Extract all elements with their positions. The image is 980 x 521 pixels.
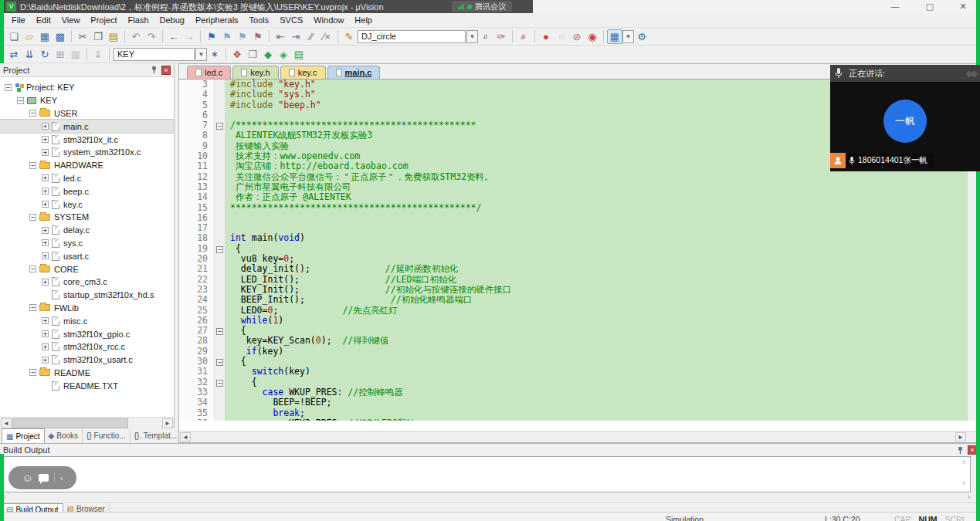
panel-tab-books[interactable]: ◆Books [45, 428, 83, 443]
tree-node-core-cm3-c[interactable]: +core_cm3.c [0, 276, 174, 289]
dropdown-arrow-icon[interactable]: ▼ [466, 30, 478, 43]
tree-node-fwlib[interactable]: −FWLib [0, 302, 174, 315]
tree-node-led-c[interactable]: +led.c [0, 172, 174, 185]
unindent-icon[interactable]: ⇤ [273, 29, 288, 44]
menu-item-window[interactable]: Window [308, 14, 349, 26]
manage-project-items-icon[interactable]: ❖ [229, 47, 245, 62]
build-output-scrollbar[interactable]: ∧∨ [959, 458, 968, 492]
tree-node-misc-c[interactable]: +misc.c [0, 314, 174, 327]
pin-icon[interactable] [150, 66, 158, 74]
paste-icon[interactable]: ▤ [106, 29, 121, 44]
tree-node-hardware[interactable]: −HARDWARE [0, 159, 174, 172]
scroll-right-icon[interactable]: ► [955, 432, 966, 441]
redo-icon[interactable]: ↷ [144, 29, 159, 44]
meeting-video-tile[interactable]: 一帆 1806014401张一帆 [830, 82, 980, 171]
fold-collapse-icon[interactable]: − [216, 246, 223, 253]
indent-icon[interactable]: ⇥ [288, 29, 303, 44]
scroll-left-icon[interactable]: ◄ [1, 418, 12, 428]
tree-node-stm32f10x-it-c[interactable]: +stm32f10x_it.c [0, 133, 174, 146]
dropdown-arrow-icon[interactable]: ▼ [622, 30, 634, 43]
menu-item-edit[interactable]: Edit [31, 14, 56, 26]
menu-item-project[interactable]: Project [85, 14, 122, 26]
editor-tab-led-c[interactable]: led.c [187, 66, 231, 79]
minimize-button[interactable]: — [880, 0, 910, 13]
collapse-pill-icon[interactable]: ‹ [60, 473, 63, 482]
tree-expand-icon[interactable]: − [29, 110, 36, 117]
menu-item-svcs[interactable]: SVCS [274, 14, 308, 26]
tree-expand-icon[interactable]: + [42, 227, 49, 234]
tree-node-main-c[interactable]: +main.c [0, 120, 174, 133]
panel-tab--templat-[interactable]: {}. Templat... [131, 428, 181, 443]
target-combo[interactable]: KEY [114, 48, 195, 61]
tree-node-system-stm32f10x-c[interactable]: +system_stm32f10x.c [0, 146, 174, 159]
stop-build-icon[interactable]: ▦ [68, 47, 83, 62]
find-combo[interactable]: DJ_circle [358, 30, 466, 43]
scroll-right-icon[interactable]: ► [162, 418, 173, 428]
menu-item-debug[interactable]: Debug [154, 14, 190, 26]
manage-runtime-icon[interactable]: ◈ [276, 47, 291, 62]
breakpoint-disable-icon[interactable]: ○ [554, 29, 569, 44]
batch-build-icon[interactable]: ⊞ [53, 47, 68, 62]
meeting-reaction-pill[interactable]: ☺ ‹ [8, 466, 76, 489]
window-layout-icon[interactable]: ▦ [607, 29, 622, 44]
tree-node-readme[interactable]: −README [0, 367, 174, 380]
rebuild-icon[interactable]: ↻ [37, 47, 53, 62]
tree-expand-icon[interactable]: − [29, 266, 36, 272]
translate-icon[interactable]: ⇄ [6, 47, 22, 62]
fold-collapse-icon[interactable]: − [216, 123, 223, 130]
close-button[interactable]: ✕ [948, 0, 978, 13]
save-all-icon[interactable]: ▩ [53, 29, 68, 44]
breakpoint-kill-all-icon[interactable]: ⊘ [569, 29, 585, 44]
editor-tab-main-c[interactable]: main.c [327, 66, 381, 79]
download-icon[interactable]: ⇓ [90, 47, 106, 62]
breakpoint-icon[interactable]: ● [538, 29, 554, 44]
tree-expand-icon[interactable]: + [42, 330, 49, 337]
pin-icon[interactable] [956, 446, 965, 455]
bookmark-toggle-icon[interactable]: ⚑ [204, 29, 219, 44]
tree-node-beep-c[interactable]: +beep.c [0, 184, 174, 198]
editor-hscrollbar[interactable]: ◄ ► [179, 431, 979, 442]
tree-node-sys-c[interactable]: +sys.c [0, 237, 174, 250]
scroll-right-icon[interactable]: › [968, 492, 970, 501]
build-output-console[interactable]: ∧∨ ☺ ‹ [2, 456, 971, 492]
chat-bubble-icon[interactable] [39, 474, 49, 482]
panel-tab-project[interactable]: ▦Project [2, 428, 45, 443]
fold-collapse-icon[interactable]: − [216, 380, 223, 387]
menu-item-tools[interactable]: Tools [244, 14, 275, 26]
pack-installer-icon[interactable]: ▤ [291, 47, 307, 62]
build-icon[interactable]: ⇊ [22, 47, 37, 62]
tencent-meeting-badge[interactable]: 腾讯会议 [452, 1, 512, 12]
tree-node-stm32f10x-usart-c[interactable]: +stm32f10x_usart.c [0, 354, 174, 367]
tree-expand-icon[interactable]: − [17, 97, 24, 104]
tree-expand-icon[interactable]: + [42, 279, 49, 286]
project-tree-hscrollbar[interactable]: ◄ ► [0, 417, 174, 428]
incremental-find-icon[interactable]: ✑ [493, 29, 509, 44]
tree-expand-icon[interactable]: + [42, 317, 49, 324]
panel-tab--functio-[interactable]: {} Functio... [83, 428, 131, 443]
tree-node-stm32f10x-rcc-c[interactable]: +stm32f10x_rcc.c [0, 340, 174, 354]
tree-expand-icon[interactable]: + [42, 239, 49, 246]
tree-node-project-key[interactable]: −Project: KEY [0, 81, 174, 94]
copy-icon[interactable]: ❐ [90, 29, 106, 44]
tree-expand-icon[interactable]: + [42, 343, 49, 350]
tree-node-core[interactable]: −CORE [0, 262, 174, 276]
tree-expand-icon[interactable]: + [42, 188, 49, 195]
maximize-button[interactable]: ▢ [915, 0, 944, 13]
menu-item-view[interactable]: View [56, 14, 86, 26]
tree-expand-icon[interactable]: + [42, 136, 49, 143]
bookmark-clear-icon[interactable]: ⚑ [250, 29, 266, 44]
tree-node-system[interactable]: −SYSTEM [0, 211, 174, 224]
find-in-files-icon[interactable]: ✎ [341, 29, 357, 44]
tree-node-user[interactable]: −USER [0, 107, 174, 120]
tree-expand-icon[interactable]: − [5, 84, 12, 91]
undo-icon[interactable]: ↶ [128, 29, 144, 44]
tree-expand-icon[interactable]: + [42, 357, 49, 364]
emoji-reaction-icon[interactable]: ☺ [22, 472, 33, 484]
menu-item-file[interactable]: File [6, 14, 31, 26]
tree-node-key-c[interactable]: +key.c [0, 198, 174, 211]
tree-expand-icon[interactable]: + [42, 252, 49, 259]
tree-node-usart-c[interactable]: +usart.c [0, 249, 174, 262]
open-file-icon[interactable]: ▱ [22, 29, 37, 44]
multi-project-icon[interactable]: ❒ [245, 47, 260, 62]
tree-node-startup-stm32f10x-hd-s[interactable]: startup_stm32f10x_hd.s [0, 289, 174, 302]
